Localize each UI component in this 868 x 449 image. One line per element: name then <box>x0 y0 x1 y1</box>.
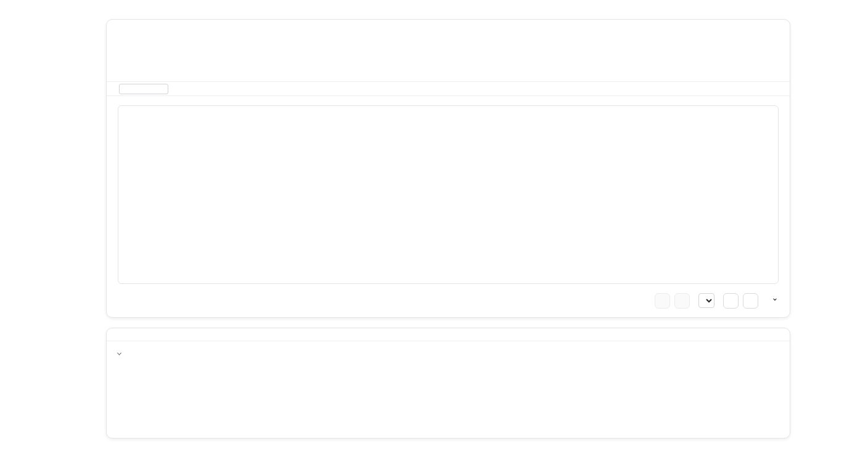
last-page-button[interactable] <box>743 293 758 309</box>
download-button[interactable] <box>771 299 776 302</box>
python-cell <box>106 328 790 439</box>
output-variable-row <box>107 81 790 96</box>
python-output <box>107 341 790 366</box>
page-select[interactable] <box>698 293 714 308</box>
next-page-button[interactable] <box>723 293 739 309</box>
tree-root-line <box>118 352 779 355</box>
chevron-down-icon <box>773 297 777 301</box>
data-table <box>118 105 779 284</box>
first-page-button[interactable] <box>655 293 670 309</box>
table-footer <box>118 287 779 314</box>
sql-code-editor[interactable] <box>107 20 790 26</box>
table-header <box>118 106 778 182</box>
prev-page-button[interactable] <box>674 293 690 309</box>
sql-cell <box>106 19 790 318</box>
collapse-chevron-icon[interactable] <box>118 352 126 355</box>
python-code-editor[interactable] <box>107 328 790 341</box>
pagination <box>655 293 758 309</box>
output-variable-input[interactable] <box>119 84 168 94</box>
